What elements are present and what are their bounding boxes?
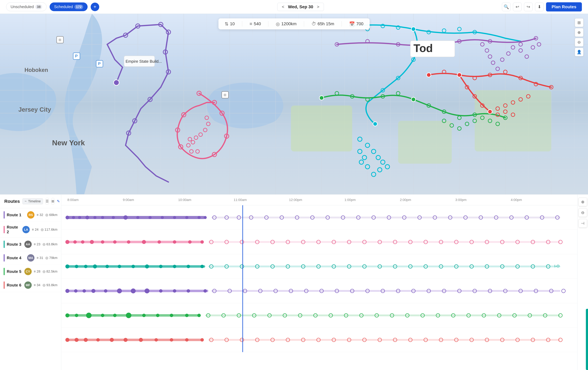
svg-point-218 <box>113 240 116 244</box>
routes-panel: Routes ~ Timeline ☰ ⊞ ✎ Route 1 RS ≡ 32 … <box>0 194 588 370</box>
route-item-2[interactable]: Route 2 LA ≡ 24 ◎ 117.6km <box>0 222 61 238</box>
collapse-panel-btn[interactable]: ⊖ <box>578 208 587 217</box>
timeline-tracks-container: I-O <box>61 205 577 352</box>
svg-point-68 <box>188 137 192 141</box>
timeline-toggle[interactable]: ~ Timeline <box>22 198 43 204</box>
map-controls: ⊞ ⊕ ⊖ 👤 <box>575 18 583 56</box>
redo-button[interactable]: ↪ <box>524 3 533 11</box>
svg-text:P: P <box>98 61 101 66</box>
routes-list: Routes ~ Timeline ☰ ⊞ ✎ Route 1 RS ≡ 32 … <box>0 195 61 370</box>
routes-title: Routes <box>4 199 20 204</box>
svg-point-222 <box>173 240 176 244</box>
svg-point-215 <box>81 240 84 244</box>
svg-point-147 <box>491 61 495 65</box>
route-4-stops-count: 31 <box>40 256 43 260</box>
stops-icon-1: ≡ <box>37 213 39 217</box>
svg-point-186 <box>204 216 207 219</box>
top-bar: Unscheduled 38 Scheduled 172 + < Wed, Se… <box>0 0 588 14</box>
svg-text:Hoboken: Hoboken <box>24 67 48 73</box>
edit-btn[interactable]: ✎ <box>57 198 60 205</box>
layers-button[interactable]: ⊞ <box>575 18 583 27</box>
svg-point-368 <box>110 338 114 342</box>
zoom-in-button[interactable]: ⊕ <box>575 28 583 37</box>
route-item-4[interactable]: Route 4 MA ≡ 31 ◎ 79km <box>0 251 61 265</box>
next-date-button[interactable]: > <box>317 4 319 9</box>
calendar-icon: 📅 <box>349 21 355 27</box>
grid-view-btn[interactable]: ⊞ <box>51 198 54 205</box>
svg-text:Jersey City: Jersey City <box>18 106 51 113</box>
svg-point-262 <box>200 265 204 268</box>
svg-point-152 <box>519 49 523 52</box>
timeline-icon: ~ <box>25 199 27 203</box>
svg-point-214 <box>73 240 77 244</box>
timeline-row-4 <box>61 279 577 303</box>
route-1-distance: ◎ 68km <box>45 213 57 217</box>
top-actions: 🔍 ↩ ↪ ⬇ Plan Routes <box>502 2 582 11</box>
svg-point-251 <box>65 264 69 269</box>
list-view-btn[interactable]: ☰ <box>45 198 49 205</box>
svg-point-367 <box>96 338 100 341</box>
svg-point-87 <box>385 165 389 169</box>
svg-point-291 <box>83 289 86 293</box>
time-value: 65h 15m <box>318 21 334 26</box>
add-button[interactable]: + <box>91 3 99 11</box>
svg-rect-338 <box>205 314 560 316</box>
timeline-header: 8:00am 9:00am 10:00am 11:00am 12:00pm 1:… <box>61 195 577 205</box>
route-3-timeline-svg: I-O <box>64 262 570 271</box>
route-item-5[interactable]: Route 5 CY ≡ 28 ◎ 82.5km <box>0 265 61 278</box>
time-8am: 8:00am <box>67 198 79 202</box>
route-4-avatar: MA <box>27 254 34 261</box>
plan-routes-button[interactable]: Plan Routes <box>546 2 582 11</box>
expand-panel-btn[interactable]: ⊕ <box>578 198 587 206</box>
prev-date-button[interactable]: < <box>282 4 284 9</box>
zoom-out-button[interactable]: ⊖ <box>575 38 583 47</box>
split-panel-btn[interactable]: ⊣ <box>578 219 587 228</box>
route-2-avatar: LA <box>22 226 30 233</box>
unscheduled-count: 38 <box>35 5 42 9</box>
summary-stops: ≡ 540 <box>250 21 261 26</box>
route-6-dist-value: 93.8km <box>46 283 57 287</box>
download-button[interactable]: ⬇ <box>535 3 544 11</box>
svg-point-331 <box>113 314 116 317</box>
map-summary-bar: ⇅ 10 ≡ 540 ◎ 1200km ⏱ 65h 15m 📅 700 <box>219 18 370 29</box>
svg-point-337 <box>197 314 201 317</box>
route-item-1[interactable]: Route 1 RS ≡ 32 ◎ 68km <box>0 208 61 222</box>
stops-icon-2: ≡ <box>32 228 34 231</box>
summary-time: ⏱ 65h 15m <box>311 21 334 26</box>
svg-point-82 <box>358 137 362 141</box>
route-4-timeline-svg <box>64 286 570 296</box>
svg-point-184 <box>185 216 188 219</box>
svg-point-335 <box>170 314 173 317</box>
svg-point-332 <box>126 313 131 318</box>
timeline-label: Timeline <box>28 199 41 203</box>
undo-button[interactable]: ↩ <box>513 3 522 11</box>
route-item-3[interactable]: Route 3 AA ≡ 23 ◎ 63.8km <box>0 238 61 251</box>
route-3-avatar: AA <box>24 240 32 248</box>
timeline-area[interactable]: 8:00am 9:00am 10:00am 11:00am 12:00pm 1:… <box>61 195 577 370</box>
svg-rect-250 <box>67 265 205 268</box>
svg-point-365 <box>74 338 79 342</box>
svg-point-257 <box>132 265 135 268</box>
tab-scheduled[interactable]: Scheduled 172 <box>50 2 88 11</box>
scheduled-label: Scheduled <box>54 4 73 9</box>
stops-icon-4: ≡ <box>37 256 39 260</box>
svg-point-296 <box>145 289 149 293</box>
dist-icon-4: ◎ <box>45 256 48 260</box>
tab-unscheduled[interactable]: Unscheduled 38 <box>6 2 47 11</box>
svg-point-223 <box>188 240 191 244</box>
search-button[interactable]: 🔍 <box>502 3 511 11</box>
svg-point-327 <box>65 313 69 317</box>
svg-point-374 <box>200 338 204 341</box>
route-item-6[interactable]: Route 6 MF ≡ 34 ◎ 93.8km <box>0 278 61 292</box>
svg-point-258 <box>145 264 149 269</box>
unscheduled-label: Unscheduled <box>10 4 34 9</box>
svg-point-220 <box>142 240 146 244</box>
dist-icon-6: ◎ <box>42 283 45 287</box>
svg-point-294 <box>117 289 122 293</box>
routes-count: 10 <box>230 21 235 26</box>
svg-point-256 <box>118 265 121 268</box>
user-location-button[interactable]: 👤 <box>575 48 583 56</box>
time-icon: ⏱ <box>311 21 316 26</box>
svg-point-86 <box>381 160 385 164</box>
routes-icon: ⇅ <box>225 21 229 27</box>
